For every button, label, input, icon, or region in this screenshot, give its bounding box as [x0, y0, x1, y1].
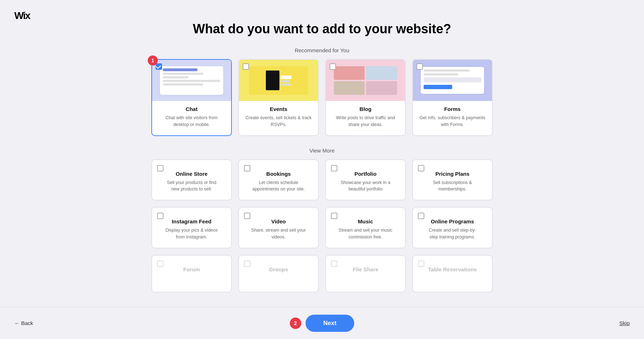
bottom-bar: ← Back 2 Next Skip: [0, 307, 644, 339]
next-area: 2 Next: [290, 315, 355, 332]
view-more-row2: Instagram Feed Display your pics & video…: [151, 207, 493, 248]
table-reservations-title: Table Reservations: [420, 266, 485, 272]
main-container: What do you want to add to your website?…: [0, 0, 644, 339]
chat-mock: [160, 66, 223, 95]
chat-checkbox[interactable]: [156, 63, 162, 70]
groups-content: Groups: [246, 266, 311, 275]
chat-desc: Chat with site visitors from desktop or …: [152, 115, 231, 128]
card-video[interactable]: Video Share, stream and sell your videos…: [238, 207, 319, 248]
music-checkbox[interactable]: [331, 213, 337, 219]
next-button[interactable]: Next: [306, 315, 355, 332]
online-store-content: Online Store Sell your products or find …: [159, 171, 224, 193]
view-more-label: View More: [309, 147, 335, 154]
table-reservations-checkbox[interactable]: [418, 261, 424, 267]
portfolio-content: Portfolio Showcase your work in a beauti…: [333, 171, 398, 193]
card-instagram-feed[interactable]: Instagram Feed Display your pics & video…: [151, 207, 232, 248]
file-share-title: File Share: [333, 266, 398, 272]
forms-title: Forms: [444, 106, 461, 112]
forum-checkbox[interactable]: [157, 261, 164, 267]
music-content: Music Stream and sell your music commiss…: [333, 218, 398, 241]
pricing-plans-content: Pricing Plans Sell subscriptions & membe…: [420, 171, 485, 193]
instagram-feed-title: Instagram Feed: [159, 218, 224, 224]
portfolio-checkbox[interactable]: [331, 165, 337, 171]
recommended-label: Recommended for You: [295, 47, 350, 53]
page-title: What do you want to add to your website?: [193, 21, 451, 37]
skip-button[interactable]: Skip: [619, 320, 630, 326]
music-desc: Stream and sell your music commission fr…: [333, 227, 398, 241]
recommended-cards-grid: 1 Chat Chat with site visitors from desk…: [151, 59, 493, 136]
file-share-checkbox[interactable]: [331, 261, 337, 267]
online-programs-checkbox[interactable]: [418, 213, 424, 219]
pricing-plans-checkbox[interactable]: [418, 165, 424, 171]
faded-cards-row: Forum Groups File Share Table Reservatio…: [151, 255, 493, 292]
table-reservations-content: Table Reservations: [420, 266, 485, 275]
portfolio-title: Portfolio: [333, 171, 398, 177]
view-more-row1: Online Store Sell your products or find …: [151, 159, 493, 201]
card-forms[interactable]: Forms Get info, subscribers & payments w…: [412, 59, 493, 136]
card-file-share[interactable]: File Share: [325, 255, 406, 292]
events-thumbnail: [239, 60, 318, 101]
wix-logo: Wix: [14, 10, 30, 21]
card-online-store[interactable]: Online Store Sell your products or find …: [151, 159, 232, 201]
blog-desc: Write posts to drive traffic and share y…: [326, 115, 405, 128]
instagram-feed-checkbox[interactable]: [157, 213, 164, 219]
bookings-title: Bookings: [246, 171, 311, 177]
card-pricing-plans[interactable]: Pricing Plans Sell subscriptions & membe…: [412, 159, 493, 201]
step2-badge: 2: [290, 318, 301, 329]
instagram-feed-desc: Display your pics & videos from Instagra…: [159, 227, 224, 241]
video-desc: Share, stream and sell your videos.: [246, 227, 311, 241]
pricing-plans-desc: Sell subscriptions & memberships.: [420, 179, 485, 193]
card-events[interactable]: Events Create events, sell tickets & tra…: [238, 59, 319, 136]
file-share-content: File Share: [333, 266, 398, 275]
card-chat[interactable]: 1 Chat Chat with site visitors from desk…: [151, 59, 232, 136]
forum-content: Forum: [159, 266, 224, 275]
forms-mock: [421, 67, 484, 94]
portfolio-desc: Showcase your work in a beautiful portfo…: [333, 179, 398, 193]
blog-checkbox[interactable]: [330, 63, 336, 70]
groups-checkbox[interactable]: [244, 261, 250, 267]
video-content: Video Share, stream and sell your videos…: [246, 218, 311, 241]
card-online-programs[interactable]: Online Programs Create and sell step-by-…: [412, 207, 493, 248]
card-table-reservations[interactable]: Table Reservations: [412, 255, 493, 292]
video-checkbox[interactable]: [244, 213, 250, 219]
video-title: Video: [246, 218, 311, 224]
online-programs-title: Online Programs: [420, 218, 485, 224]
online-store-title: Online Store: [159, 171, 224, 177]
blog-collage: [334, 66, 397, 95]
forms-checkbox[interactable]: [416, 63, 423, 70]
bookings-desc: Let clients schedule appointments on you…: [246, 179, 311, 193]
pricing-plans-title: Pricing Plans: [420, 171, 485, 177]
online-store-desc: Sell your products or find new products …: [159, 179, 224, 193]
card-bookings[interactable]: Bookings Let clients schedule appointmen…: [238, 159, 319, 201]
forms-desc: Get info, subscribers & payments with Fo…: [413, 115, 492, 128]
step1-badge: 1: [148, 55, 158, 66]
back-button[interactable]: ← Back: [14, 320, 33, 326]
card-groups[interactable]: Groups: [238, 255, 319, 292]
forum-title: Forum: [159, 266, 224, 272]
chat-title: Chat: [186, 106, 197, 112]
card-forum[interactable]: Forum: [151, 255, 232, 292]
card-portfolio[interactable]: Portfolio Showcase your work in a beauti…: [325, 159, 406, 201]
card-music[interactable]: Music Stream and sell your music commiss…: [325, 207, 406, 248]
events-desc: Create events, sell tickets & track RSVP…: [239, 115, 318, 128]
music-title: Music: [333, 218, 398, 224]
card-blog[interactable]: Blog Write posts to drive traffic and sh…: [325, 59, 406, 136]
instagram-feed-content: Instagram Feed Display your pics & video…: [159, 218, 224, 241]
blog-title: Blog: [360, 106, 371, 112]
blog-thumbnail: [326, 60, 405, 101]
events-checkbox[interactable]: [243, 63, 249, 70]
online-programs-content: Online Programs Create and sell step-by-…: [420, 218, 485, 241]
online-store-checkbox[interactable]: [157, 165, 164, 171]
bookings-content: Bookings Let clients schedule appointmen…: [246, 171, 311, 193]
groups-title: Groups: [246, 266, 311, 272]
bookings-checkbox[interactable]: [244, 165, 250, 171]
forms-thumbnail: [413, 60, 492, 101]
events-title: Events: [270, 106, 287, 112]
chat-thumbnail: [152, 60, 231, 101]
online-programs-desc: Create and sell step-by-step training pr…: [420, 227, 485, 241]
